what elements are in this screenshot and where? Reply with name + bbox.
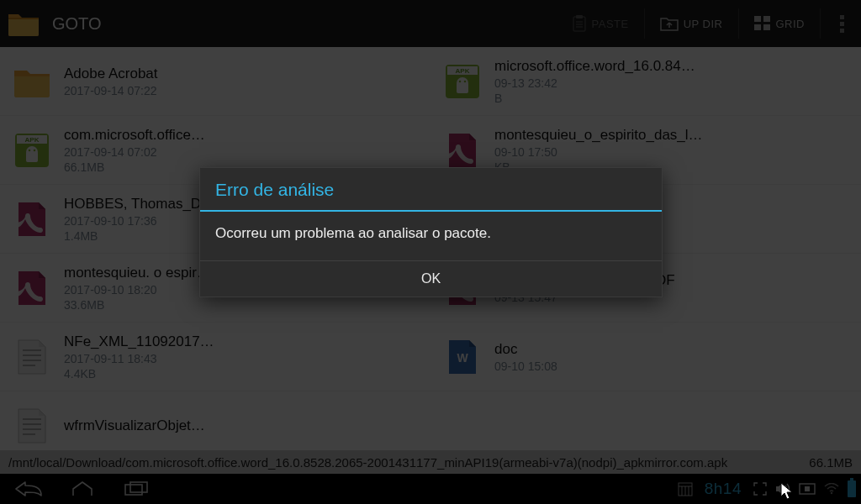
dialog-message: Ocorreu um problema ao analisar o pacote… <box>200 212 662 260</box>
dialog-title: Erro de análise <box>200 168 662 210</box>
error-dialog: Erro de análise Ocorreu um problema ao a… <box>199 167 663 297</box>
dialog-ok-button[interactable]: OK <box>200 261 662 297</box>
